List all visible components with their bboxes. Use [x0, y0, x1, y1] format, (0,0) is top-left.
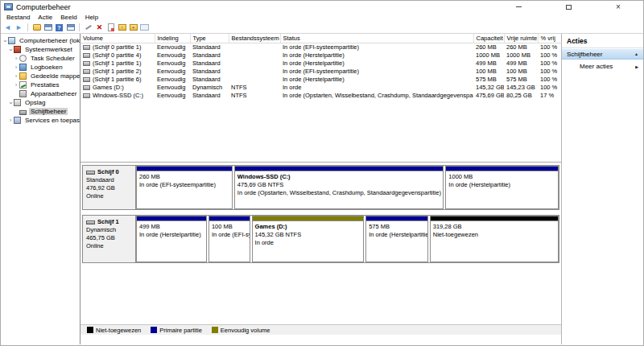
actions-group-schijfbeheer[interactable]: Schijfbeheer ▲ — [562, 48, 643, 60]
folder-search-icon[interactable]: • — [129, 23, 138, 32]
disk-1-label[interactable]: Schijf 1 Dynamisch 465,75 GB Online — [83, 216, 136, 262]
menu-actie[interactable]: Actie — [35, 14, 58, 21]
actions-title: Acties — [562, 34, 643, 48]
tree-item-logboeken[interactable]: Logboeken — [1, 63, 80, 72]
window-title: Computerbeheer — [16, 3, 71, 11]
partition-efi[interactable]: 100 MB In orde (EFI-syste — [208, 216, 250, 262]
partition-games[interactable]: Games (D:) 145,32 GB NTFS In orde — [252, 216, 365, 262]
menu-beeld[interactable]: Beeld — [58, 14, 82, 21]
collapse-icon[interactable]: ▲ — [634, 51, 638, 56]
table-header-row: Volume Indeling Type Bestandssysteem Sta… — [80, 34, 561, 43]
volume-icon — [83, 93, 90, 98]
col-status[interactable]: Status — [280, 34, 473, 43]
title-bar: Computerbeheer × — [1, 1, 643, 13]
volume-table: Volume Indeling Type Bestandssysteem Sta… — [80, 34, 561, 100]
console-tree: Computerbeheer (lokaal) Systeemwerkset T… — [1, 34, 80, 344]
col-volume[interactable]: Volume — [80, 34, 155, 43]
tree-item-schijfbeheer[interactable]: Schijfbeheer — [1, 107, 80, 116]
disk-0-band: Schijf 0 Standaard 476,92 GB Online 260 … — [82, 165, 559, 210]
menu-help[interactable]: Help — [83, 14, 104, 21]
volume-icon — [83, 85, 90, 90]
disk-icon — [86, 220, 95, 224]
disk-0-partitions: 260 MB In orde (EFI-systeempartitie) Win… — [136, 166, 559, 209]
close-icon: × — [616, 3, 621, 11]
col-capaciteit[interactable]: Capaciteit — [473, 34, 504, 43]
partition-recovery[interactable]: 499 MB In orde (Herstelpartitie) — [136, 216, 207, 262]
table-row[interactable]: Games (D:) Eenvoudig Dynamisch NTFS In o… — [80, 84, 561, 92]
table-row[interactable]: (Schijf 1 partitie 1) Eenvoudig Standaar… — [80, 60, 561, 68]
table-row[interactable]: (Schijf 1 partitie 6) Eenvoudig Standaar… — [80, 76, 561, 84]
properties-icon[interactable] — [106, 23, 115, 32]
chevron-right-icon[interactable] — [13, 56, 19, 62]
col-type[interactable]: Type — [190, 34, 229, 43]
partition-recovery[interactable]: 1000 MB In orde (Herstelpartitie) — [445, 166, 559, 209]
app-icon — [4, 3, 13, 10]
col-pct-vrij[interactable]: % vrij — [538, 34, 561, 43]
chevron-right-icon[interactable] — [13, 82, 19, 89]
performance-icon — [19, 81, 27, 89]
tool-icon[interactable] — [84, 23, 93, 32]
table-row[interactable]: (Schijf 0 partitie 4) Eenvoudig Standaar… — [80, 51, 561, 60]
col-indeling[interactable]: Indeling — [155, 34, 190, 43]
tree-item-prestaties[interactable]: Prestaties — [1, 80, 80, 89]
volume-icon — [83, 45, 90, 50]
computer-icon — [8, 37, 15, 44]
chevron-right-icon[interactable] — [7, 117, 14, 124]
actions-pane: Acties Schijfbeheer ▲ Meer acties ▶ — [562, 34, 643, 344]
volume-icon — [83, 69, 90, 74]
tree-item-gedeelde-mappen[interactable]: Gedeelde mappen — [1, 72, 80, 80]
toolbar-separator — [27, 23, 28, 31]
clock-icon — [19, 55, 27, 62]
folder-icon[interactable] — [32, 23, 41, 32]
submenu-arrow-icon: ▶ — [635, 64, 638, 69]
menu-bar: Bestand Actie Beeld Help — [1, 13, 643, 22]
main-pane: Volume Indeling Type Bestandssysteem Sta… — [80, 34, 562, 344]
legend-bar: Niet-toegewezen Primaire partitie Eenvou… — [80, 324, 561, 335]
tree-item-services[interactable]: Services en toepassingen — [1, 116, 80, 125]
maximize-icon — [566, 5, 572, 10]
partition-windows-ssd[interactable]: Windows-SSD (C:) 475,69 GB NTFS In orde … — [234, 166, 444, 209]
back-icon[interactable]: ◄ — [3, 23, 12, 32]
help-icon[interactable]: ? — [55, 23, 64, 32]
table-row[interactable]: (Schijf 1 partitie 2) Eenvoudig Standaar… — [80, 68, 561, 76]
close-button[interactable]: × — [593, 1, 643, 13]
graphical-view: Schijf 0 Standaard 476,92 GB Online 260 … — [80, 163, 561, 324]
chevron-down-icon[interactable] — [7, 47, 14, 53]
window-controls: × — [493, 1, 643, 13]
col-vrije-ruimte[interactable]: Vrije ruimte — [504, 34, 538, 43]
col-bestandssysteem[interactable]: Bestandssysteem — [229, 34, 280, 43]
disk-1-partitions: 499 MB In orde (Herstelpartitie) 100 MB … — [136, 216, 559, 262]
chevron-right-icon[interactable] — [13, 64, 19, 71]
maximize-button[interactable] — [543, 1, 593, 13]
menu-bestand[interactable]: Bestand — [4, 14, 35, 21]
folder-up-icon[interactable]: ↑ — [118, 23, 126, 32]
logs-icon — [19, 64, 27, 71]
storage-icon — [14, 99, 21, 106]
more-actions-item[interactable]: Meer acties ▶ — [562, 60, 643, 73]
tree-item-computerbeheer[interactable]: Computerbeheer (lokaal) — [1, 36, 80, 45]
partition-unallocated[interactable]: 319,28 GB Niet-toegewezen — [430, 216, 559, 262]
console-window-icon[interactable] — [43, 23, 52, 32]
tree-item-apparaatbeheer[interactable]: Apparaatbeheer — [1, 89, 80, 98]
chevron-down-icon[interactable] — [2, 38, 8, 44]
volume-icon — [83, 77, 90, 82]
partition-efi[interactable]: 260 MB In orde (EFI-systeempartitie) — [136, 166, 233, 209]
table-row[interactable]: (Schijf 0 partitie 1) Eenvoudig Standaar… — [80, 43, 561, 51]
action-pane-icon[interactable] — [66, 23, 75, 32]
legend-primary-partition: Primaire partitie — [151, 327, 202, 334]
disk-0-label[interactable]: Schijf 0 Standaard 476,92 GB Online — [83, 166, 136, 209]
partition-recovery[interactable]: 575 MB In orde (Herstelpartitie) — [365, 216, 428, 262]
tree-item-opslag[interactable]: Opslag — [1, 98, 80, 107]
tree-item-task-scheduler[interactable]: Task Scheduler — [1, 54, 80, 63]
chevron-down-icon[interactable] — [7, 100, 14, 106]
chevron-right-icon[interactable] — [13, 73, 19, 80]
frame-icon[interactable] — [140, 23, 149, 32]
forward-icon[interactable]: ► — [14, 23, 23, 32]
table-row[interactable]: Windows-SSD (C:) Eenvoudig Standaard NTF… — [80, 92, 561, 100]
disk-management-icon — [19, 110, 27, 115]
services-icon — [14, 117, 21, 124]
delete-volume-icon[interactable]: ✕ — [95, 23, 104, 32]
minimize-button[interactable] — [493, 1, 543, 13]
legend-swatch-simple — [212, 327, 218, 333]
tree-item-systeemwerkset[interactable]: Systeemwerkset — [1, 45, 80, 54]
